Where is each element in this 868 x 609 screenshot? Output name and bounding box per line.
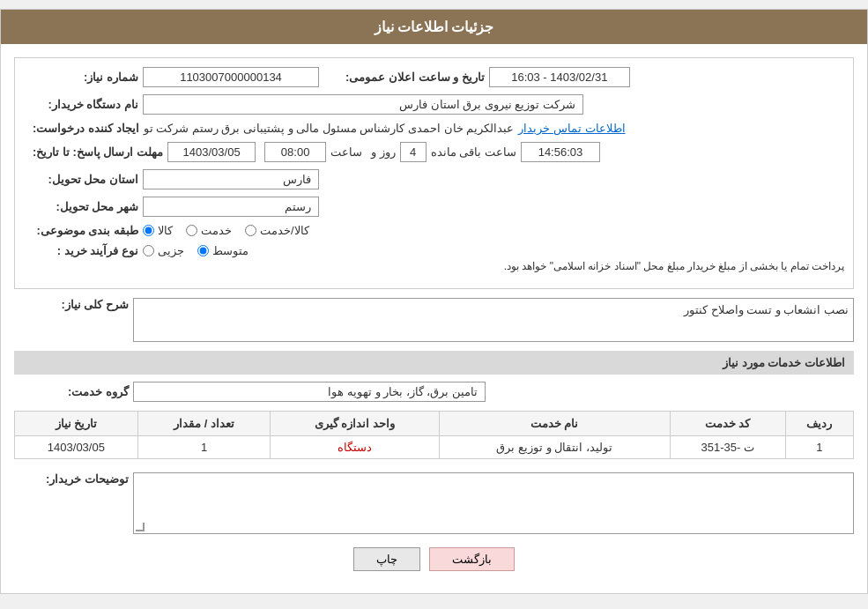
process-motawaset-item: متوسط — [197, 244, 249, 257]
remaining-label: ساعت باقی مانده — [431, 145, 516, 159]
response-remaining: 14:56:03 — [521, 142, 600, 162]
province-row: فارس استان محل تحویل: — [24, 169, 844, 189]
process-motawaset-radio[interactable] — [197, 245, 209, 256]
announcement-label: تاریخ و ساعت اعلان عمومی: — [345, 71, 485, 84]
process-jozi-item: جزیی — [143, 244, 184, 257]
print-button[interactable]: چاپ — [353, 547, 420, 571]
col-quantity: تعداد / مقدار — [137, 412, 270, 436]
buyer-org-row: شرکت توزیع نیروی برق استان فارس نام دستگ… — [24, 94, 844, 115]
process-motawaset-label: متوسط — [212, 244, 249, 257]
category-kala-item: کالا — [143, 224, 173, 237]
button-row: بازگشت چاپ — [14, 547, 854, 580]
response-days: 4 — [400, 142, 427, 162]
time-label: ساعت — [330, 145, 362, 159]
need-desc-value: نصب انشعاب و تست واصلاح کنتور — [133, 298, 854, 342]
col-date: تاریخ نیاز — [15, 412, 138, 436]
province-value: فارس — [143, 169, 319, 189]
category-radio-group: کالا/خدمت خدمت کالا — [143, 224, 309, 237]
services-table: ردیف کد خدمت نام خدمت واحد اندازه گیری ت… — [14, 411, 854, 459]
process-row: متوسط جزیی نوع فرآیند خرید : پرداخت تمام… — [24, 244, 844, 272]
table-row: 1 ت -35-351 تولید، انتقال و توزیع برق دس… — [15, 436, 854, 459]
service-group-label: گروه خدمت: — [23, 385, 129, 398]
process-label: نوع فرآیند خرید : — [33, 244, 138, 257]
buyer-org-label: نام دستگاه خریدار: — [33, 98, 138, 111]
row-date: 1403/03/05 — [15, 436, 138, 459]
announcement-row: 1403/02/31 - 16:03 تاریخ و ساعت اعلان عم… — [24, 67, 844, 87]
category-kala-khadamat-item: کالا/خدمت — [245, 224, 309, 237]
category-kala-label: کالا — [158, 224, 173, 237]
days-label: روز و — [371, 145, 396, 159]
page-title: جزئیات اطلاعات نیاز — [375, 19, 494, 34]
need-number-value: 1103007000000134 — [143, 67, 319, 87]
response-deadline-label: مهلت ارسال پاسخ: تا تاریخ: — [33, 145, 163, 159]
category-kala-khadamat-radio[interactable] — [245, 225, 256, 236]
buyer-org-value: شرکت توزیع نیروی برق استان فارس — [143, 94, 583, 115]
city-row: رستم شهر محل تحویل: — [24, 197, 844, 217]
main-container: جزئیات اطلاعات نیاز 1403/02/31 - 16:03 ت… — [0, 9, 868, 594]
need-desc-label: شرح کلی نیاز: — [23, 298, 129, 311]
response-date: 1403/03/05 — [167, 142, 256, 162]
row-code: ت -35-351 — [670, 436, 785, 459]
creator-link[interactable]: اطلاعات تماس خریدار — [518, 122, 625, 135]
resize-handle[interactable] — [136, 523, 145, 531]
row-service-name: تولید، انتقال و توزیع برق — [439, 436, 670, 459]
row-unit: دستگاه — [271, 436, 440, 459]
service-group-row: تامین برق، گاز، بخار و تهویه هوا گروه خد… — [14, 382, 854, 402]
response-time: 08:00 — [264, 142, 326, 162]
need-desc-section: نصب انشعاب و تست واصلاح کنتور شرح کلی نی… — [14, 298, 854, 342]
buyer-notes-section: توضیحات خریدار: — [14, 472, 854, 534]
col-row: ردیف — [785, 412, 853, 436]
content-area: 1403/02/31 - 16:03 تاریخ و ساعت اعلان عم… — [1, 44, 867, 593]
main-info-section: 1403/02/31 - 16:03 تاریخ و ساعت اعلان عم… — [14, 57, 854, 289]
page-header: جزئیات اطلاعات نیاز — [1, 10, 867, 44]
category-khadamat-item: خدمت — [186, 224, 232, 237]
row-num: 1 — [785, 436, 853, 459]
process-radio-group: متوسط جزیی — [143, 244, 249, 257]
city-value: رستم — [143, 197, 319, 217]
category-label: طبقه بندی موضوعی: — [33, 224, 138, 237]
need-number-label: شماره نیاز: — [33, 71, 138, 84]
process-desc: پرداخت تمام یا بخشی از مبلغ خریدار مبلغ … — [24, 260, 844, 272]
service-group-value: تامین برق، گاز، بخار و تهویه هوا — [133, 382, 486, 402]
announcement-value: 1403/02/31 - 16:03 — [489, 67, 630, 87]
col-unit: واحد اندازه گیری — [271, 412, 440, 436]
creator-label: ایجاد کننده درخواست: — [33, 122, 139, 135]
process-jozi-radio[interactable] — [143, 245, 154, 256]
row-quantity: 1 — [137, 436, 270, 459]
category-row: کالا/خدمت خدمت کالا طبقه بندی موضوعی: — [24, 224, 844, 237]
category-khadamat-radio[interactable] — [186, 225, 197, 236]
creator-name: عبدالکریم خان احمدی کارشناس مسئول مالی و… — [144, 122, 515, 135]
province-label: استان محل تحویل: — [33, 173, 138, 186]
buyer-notes-label: توضیحات خریدار: — [23, 472, 129, 486]
category-khadamat-label: خدمت — [201, 224, 232, 237]
category-kala-radio[interactable] — [143, 225, 154, 236]
process-jozi-label: جزیی — [158, 244, 184, 257]
col-name: نام خدمت — [439, 412, 670, 436]
category-kala-khadamat-label: کالا/خدمت — [260, 224, 309, 237]
services-section-header: اطلاعات خدمات مورد نیاز — [14, 351, 854, 375]
creator-row: اطلاعات تماس خریدار عبدالکریم خان احمدی … — [24, 122, 844, 135]
col-code: کد خدمت — [670, 412, 785, 436]
back-button[interactable]: بازگشت — [429, 547, 515, 571]
city-label: شهر محل تحویل: — [33, 200, 138, 213]
response-deadline-row: 14:56:03 ساعت باقی مانده 4 روز و ساعت 08… — [24, 142, 844, 162]
